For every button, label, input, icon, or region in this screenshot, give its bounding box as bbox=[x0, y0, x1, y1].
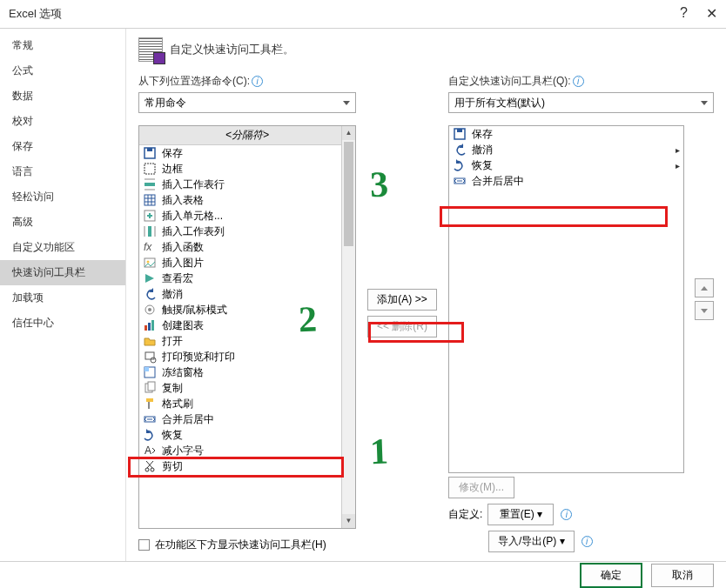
list-item-label: 撤消 bbox=[162, 287, 183, 302]
separator-header[interactable]: <分隔符> bbox=[139, 126, 355, 145]
content-pane: 自定义快速访问工具栏。 从下列位置选择命令(C): 常用命令 <分隔符> 保存边… bbox=[126, 29, 726, 561]
reset-button[interactable]: 重置(E) ▾ bbox=[487, 504, 554, 525]
sidebar-item[interactable]: 自定义功能区 bbox=[0, 235, 125, 260]
sidebar-item[interactable]: 轻松访问 bbox=[0, 184, 125, 210]
list-item[interactable]: 打开 bbox=[139, 333, 355, 349]
list-item-label: 冻结窗格 bbox=[162, 365, 204, 380]
svg-rect-6 bbox=[148, 226, 151, 237]
list-item[interactable]: 保存 bbox=[139, 145, 355, 161]
insert-cells-icon bbox=[143, 209, 157, 223]
list-item[interactable]: 触摸/鼠标模式 bbox=[139, 302, 355, 317]
scroll-down[interactable]: ▼ bbox=[342, 514, 355, 528]
import-export-button[interactable]: 导入/导出(P) ▾ bbox=[488, 531, 575, 552]
list-item[interactable]: 撤消▸ bbox=[139, 286, 355, 302]
list-item[interactable]: 复制 bbox=[139, 380, 355, 396]
list-item[interactable]: 插入单元格... bbox=[139, 208, 355, 224]
info-icon[interactable] bbox=[581, 536, 593, 547]
redo-icon bbox=[453, 158, 467, 172]
list-item[interactable]: 插入工作表列 bbox=[139, 224, 355, 239]
list-item[interactable]: A减小字号 bbox=[139, 443, 355, 458]
list-item-label: 创建图表 bbox=[162, 318, 204, 333]
list-item[interactable]: 恢复▸ bbox=[139, 427, 355, 443]
sidebar-item[interactable]: 快速访问工具栏 bbox=[0, 260, 125, 285]
scroll-thumb[interactable] bbox=[344, 142, 353, 246]
list-item[interactable]: 撤消▸ bbox=[449, 142, 683, 157]
list-item[interactable]: 冻结窗格▸ bbox=[139, 364, 355, 380]
help-button[interactable]: ? bbox=[680, 5, 688, 21]
sidebar-item[interactable]: 保存 bbox=[0, 134, 125, 159]
sidebar-item[interactable]: 数据 bbox=[0, 84, 125, 109]
svg-point-16 bbox=[151, 357, 156, 363]
font-decrease-icon: A bbox=[143, 444, 157, 458]
chevron-down-icon bbox=[343, 101, 350, 105]
middle-buttons: 添加(A) >> << 删除(R) bbox=[365, 74, 440, 552]
current-qat-list[interactable]: 保存撤消▸恢复▸合并后居中 bbox=[448, 125, 684, 473]
available-commands-list[interactable]: <分隔符> 保存边框▸插入工作表行插入表格插入单元格...插入工作表列fx插入函… bbox=[138, 125, 356, 529]
move-up-button[interactable] bbox=[695, 278, 714, 297]
list-item[interactable]: 格式刷 bbox=[139, 396, 355, 411]
save-icon bbox=[453, 127, 467, 141]
list-item-label: 查看宏 bbox=[162, 271, 193, 286]
cancel-button[interactable]: 取消 bbox=[651, 564, 714, 587]
list-item[interactable]: fx插入函数 bbox=[139, 239, 355, 255]
remove-button[interactable]: << 删除(R) bbox=[367, 316, 437, 337]
list-item[interactable]: 合并后居中 bbox=[139, 411, 355, 427]
svg-point-9 bbox=[147, 261, 150, 264]
freeze-icon bbox=[143, 365, 157, 379]
svg-rect-20 bbox=[148, 382, 155, 391]
info-icon[interactable] bbox=[573, 76, 584, 87]
customize-qat-combo[interactable]: 用于所有文档(默认) bbox=[448, 92, 714, 113]
list-item[interactable]: 恢复▸ bbox=[449, 157, 683, 173]
scrollbar[interactable]: ▲ ▼ bbox=[341, 126, 355, 528]
undo-icon bbox=[453, 143, 467, 157]
choose-commands-value: 常用命令 bbox=[145, 96, 186, 110]
sidebar-item[interactable]: 常规 bbox=[0, 33, 125, 58]
list-item[interactable]: 保存 bbox=[449, 126, 683, 142]
add-button[interactable]: 添加(A) >> bbox=[367, 289, 436, 311]
page-title: 自定义快速访问工具栏。 bbox=[170, 42, 294, 57]
cut-icon bbox=[143, 459, 157, 473]
list-item-label: 插入图片 bbox=[162, 256, 204, 271]
modify-button[interactable]: 修改(M)... bbox=[448, 477, 514, 498]
svg-rect-12 bbox=[145, 325, 147, 331]
scroll-up[interactable]: ▲ bbox=[342, 126, 355, 140]
ok-button[interactable]: 确定 bbox=[580, 563, 642, 588]
merge-center-icon bbox=[143, 412, 157, 426]
left-column: 从下列位置选择命令(C): 常用命令 <分隔符> 保存边框▸插入工作表行插入表格… bbox=[138, 74, 356, 552]
close-button[interactable]: ✕ bbox=[706, 5, 717, 22]
list-item[interactable]: 合并后居中 bbox=[449, 173, 683, 189]
list-item[interactable]: 剪切 bbox=[139, 458, 355, 474]
redo-icon bbox=[143, 428, 157, 442]
fx-icon: fx bbox=[143, 240, 157, 254]
list-item[interactable]: 插入表格 bbox=[139, 192, 355, 208]
list-item[interactable]: 插入工作表行 bbox=[139, 177, 355, 192]
list-item[interactable]: 边框▸ bbox=[139, 161, 355, 177]
list-item[interactable]: 查看宏 bbox=[139, 271, 355, 286]
list-item-label: 保存 bbox=[472, 127, 493, 142]
list-item-label: 插入函数 bbox=[162, 240, 204, 255]
macro-icon bbox=[143, 271, 157, 285]
sidebar-item[interactable]: 语言 bbox=[0, 159, 125, 184]
info-icon[interactable] bbox=[561, 509, 572, 520]
sidebar-item[interactable]: 校对 bbox=[0, 109, 125, 134]
list-item[interactable]: 打印预览和打印 bbox=[139, 349, 355, 364]
show-below-ribbon-row[interactable]: 在功能区下方显示快速访问工具栏(H) bbox=[138, 538, 356, 552]
sidebar-item[interactable]: 高级 bbox=[0, 210, 125, 235]
insert-col-icon bbox=[143, 224, 157, 238]
move-down-button[interactable] bbox=[695, 301, 714, 320]
checkbox[interactable] bbox=[138, 539, 150, 551]
sidebar-item[interactable]: 公式 bbox=[0, 58, 125, 84]
list-item[interactable]: 创建图表 bbox=[139, 317, 355, 333]
sidebar-item[interactable]: 信任中心 bbox=[0, 311, 125, 336]
list-item[interactable]: 插入图片 bbox=[139, 255, 355, 271]
touch-icon bbox=[143, 303, 157, 317]
picture-icon bbox=[143, 256, 157, 270]
list-item-label: 合并后居中 bbox=[162, 412, 214, 427]
list-item-label: 边框 bbox=[162, 162, 183, 177]
sidebar-item[interactable]: 加载项 bbox=[0, 285, 125, 311]
print-preview-icon bbox=[143, 350, 157, 364]
choose-commands-combo[interactable]: 常用命令 bbox=[138, 92, 356, 113]
customize-qat-value: 用于所有文档(默认) bbox=[454, 96, 545, 110]
info-icon[interactable] bbox=[252, 76, 263, 87]
svg-text:fx: fx bbox=[144, 241, 152, 253]
